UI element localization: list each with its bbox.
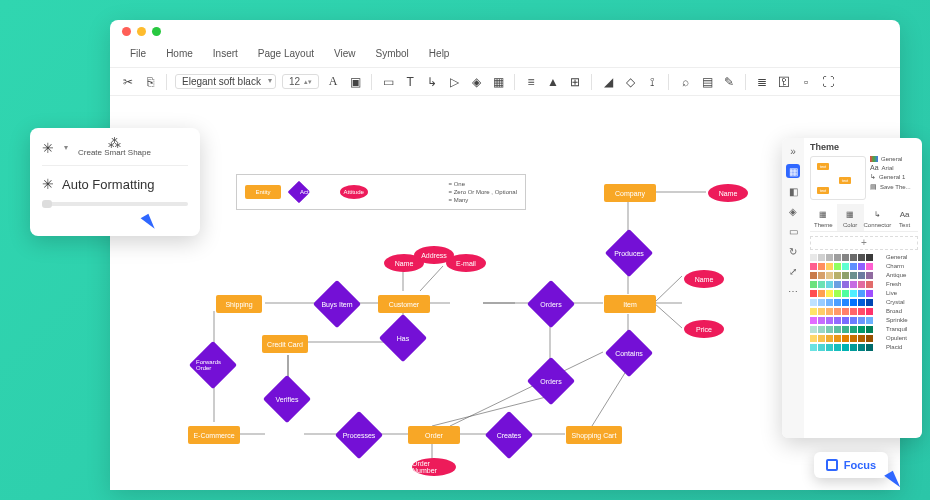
entity-shopping-cart[interactable]: Shopping Cart bbox=[566, 426, 622, 444]
palette-swatch[interactable] bbox=[818, 308, 825, 315]
palette-swatch[interactable] bbox=[834, 272, 841, 279]
tab-connector[interactable]: ↳Connector bbox=[864, 204, 892, 231]
burst-icon[interactable]: ✳ bbox=[42, 140, 54, 156]
palette-swatch[interactable] bbox=[810, 290, 817, 297]
palette-swatch[interactable] bbox=[858, 326, 865, 333]
theme-thumbnail[interactable]: text text text bbox=[810, 156, 866, 200]
theme-list-item[interactable]: ▤Save The... bbox=[870, 183, 918, 191]
theme-list-item[interactable]: General bbox=[870, 156, 918, 162]
palette-swatch[interactable] bbox=[858, 335, 865, 342]
line-style-icon[interactable]: ≣ bbox=[754, 74, 770, 90]
rail-style-icon[interactable]: ◧ bbox=[786, 184, 800, 198]
palette-swatch[interactable] bbox=[842, 326, 849, 333]
font-size-select[interactable]: 12▴▾ bbox=[282, 74, 319, 89]
shape-tool-icon[interactable]: ▭ bbox=[380, 74, 396, 90]
pointer-icon[interactable]: ▷ bbox=[446, 74, 462, 90]
palette-swatch[interactable] bbox=[818, 299, 825, 306]
palette-row[interactable] bbox=[810, 326, 882, 333]
palette-row[interactable] bbox=[810, 335, 882, 342]
rail-history-icon[interactable]: ↻ bbox=[786, 244, 800, 258]
crop-icon[interactable]: ⟟ bbox=[644, 74, 660, 90]
relation-orders2[interactable]: Orders bbox=[534, 364, 568, 398]
tab-text[interactable]: AaText bbox=[891, 204, 918, 231]
fill-icon[interactable]: ◢ bbox=[600, 74, 616, 90]
palette-swatch[interactable] bbox=[858, 263, 865, 270]
palette-swatch[interactable] bbox=[866, 326, 873, 333]
palette-swatch[interactable] bbox=[850, 263, 857, 270]
palette-swatch[interactable] bbox=[866, 281, 873, 288]
highlight-icon[interactable]: ▣ bbox=[347, 74, 363, 90]
rail-layers-icon[interactable]: ◈ bbox=[786, 204, 800, 218]
palette-row[interactable] bbox=[810, 263, 882, 270]
palette-swatch[interactable] bbox=[826, 263, 833, 270]
menu-help[interactable]: Help bbox=[419, 46, 460, 61]
close-icon[interactable] bbox=[122, 27, 131, 36]
font-select[interactable]: Elegant soft black bbox=[175, 74, 276, 89]
entity-order[interactable]: Order bbox=[408, 426, 460, 444]
palette-swatch[interactable] bbox=[826, 326, 833, 333]
menu-page-layout[interactable]: Page Layout bbox=[248, 46, 324, 61]
palette-swatch[interactable] bbox=[842, 317, 849, 324]
palette-swatch[interactable] bbox=[818, 317, 825, 324]
font-color-icon[interactable]: A bbox=[325, 74, 341, 90]
relation-creates[interactable]: Creates bbox=[492, 418, 526, 452]
palette-swatch[interactable] bbox=[810, 299, 817, 306]
entity-customer[interactable]: Customer bbox=[378, 295, 430, 313]
palette-swatch[interactable] bbox=[810, 326, 817, 333]
palette-swatch[interactable] bbox=[858, 272, 865, 279]
minimize-icon[interactable] bbox=[137, 27, 146, 36]
align-left-icon[interactable]: ≡ bbox=[523, 74, 539, 90]
palette-swatch[interactable] bbox=[810, 344, 817, 351]
rail-more-icon[interactable]: ⋯ bbox=[786, 284, 800, 298]
palette-swatch[interactable] bbox=[866, 308, 873, 315]
palette-swatch[interactable] bbox=[834, 254, 841, 261]
palette-swatch[interactable] bbox=[866, 344, 873, 351]
palette-swatch[interactable] bbox=[842, 254, 849, 261]
menu-file[interactable]: File bbox=[120, 46, 156, 61]
palette-row[interactable] bbox=[810, 317, 882, 324]
palette-row[interactable] bbox=[810, 299, 882, 306]
pen-icon[interactable]: ✎ bbox=[721, 74, 737, 90]
palette-swatch[interactable] bbox=[810, 272, 817, 279]
palette-swatch[interactable] bbox=[850, 344, 857, 351]
palette-swatch[interactable] bbox=[810, 254, 817, 261]
expand-icon[interactable]: ⛶ bbox=[820, 74, 836, 90]
palette-swatch[interactable] bbox=[842, 335, 849, 342]
palette-row[interactable] bbox=[810, 308, 882, 315]
palette-swatch[interactable] bbox=[866, 290, 873, 297]
menu-home[interactable]: Home bbox=[156, 46, 203, 61]
palette-swatch[interactable] bbox=[842, 344, 849, 351]
palette-swatch[interactable] bbox=[834, 344, 841, 351]
stroke-icon[interactable]: ◇ bbox=[622, 74, 638, 90]
palette-swatch[interactable] bbox=[850, 299, 857, 306]
menu-insert[interactable]: Insert bbox=[203, 46, 248, 61]
rail-expand-icon[interactable]: ⤢ bbox=[786, 264, 800, 278]
palette-swatch[interactable] bbox=[826, 317, 833, 324]
tab-color[interactable]: ▦Color bbox=[837, 204, 864, 231]
palette-swatch[interactable] bbox=[850, 254, 857, 261]
palette-swatch[interactable] bbox=[842, 308, 849, 315]
more-icon[interactable]: ▫ bbox=[798, 74, 814, 90]
palette-swatch[interactable] bbox=[818, 326, 825, 333]
relation-buys-item[interactable]: Buys Item bbox=[320, 287, 354, 321]
palette-swatch[interactable] bbox=[866, 317, 873, 324]
palette-swatch[interactable] bbox=[866, 272, 873, 279]
palette-swatch[interactable] bbox=[850, 272, 857, 279]
palette-swatch[interactable] bbox=[866, 335, 873, 342]
text-tool-icon[interactable]: T bbox=[402, 74, 418, 90]
relation-orders[interactable]: Orders bbox=[534, 287, 568, 321]
relation-forwards[interactable]: Forwards Order bbox=[196, 348, 230, 382]
palette-swatch[interactable] bbox=[858, 299, 865, 306]
palette-swatch[interactable] bbox=[858, 281, 865, 288]
add-theme-button[interactable]: + bbox=[810, 236, 918, 250]
palette-swatch[interactable] bbox=[810, 263, 817, 270]
zoom-icon[interactable]: ⌕ bbox=[677, 74, 693, 90]
rail-theme-icon[interactable]: ▦ bbox=[786, 164, 800, 178]
palette-swatch[interactable] bbox=[810, 335, 817, 342]
attr-email[interactable]: E-mail bbox=[446, 254, 486, 272]
palette-swatch[interactable] bbox=[858, 290, 865, 297]
focus-button[interactable]: Focus bbox=[814, 452, 888, 478]
palette-swatch[interactable] bbox=[834, 281, 841, 288]
maximize-icon[interactable] bbox=[152, 27, 161, 36]
theme-list-item[interactable]: AaArial bbox=[870, 164, 918, 171]
